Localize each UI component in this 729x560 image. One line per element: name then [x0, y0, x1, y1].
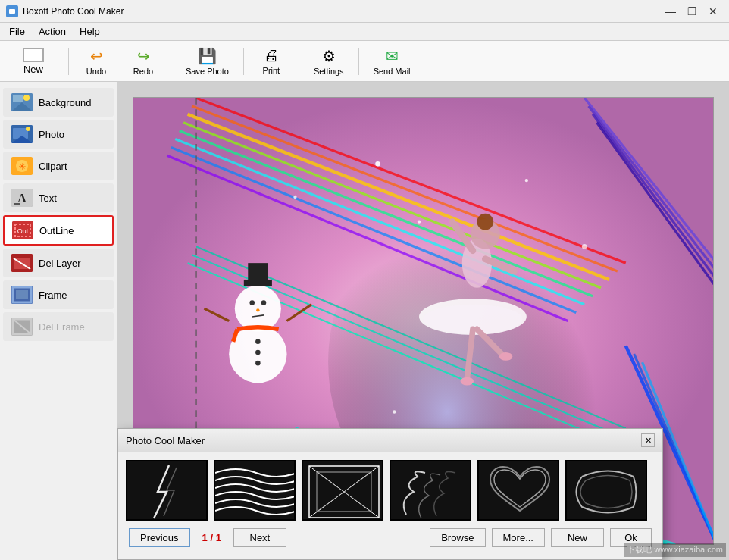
print-icon: 🖨 — [264, 47, 279, 64]
svg-text:A: A — [17, 192, 27, 205]
svg-point-62 — [255, 361, 261, 366]
dialog-close-button[interactable]: ✕ — [641, 433, 655, 447]
page-indicator: 1 / 1 — [196, 532, 227, 543]
save-label: Save Photo — [186, 67, 229, 76]
svg-point-6 — [23, 95, 30, 101]
thumbnail-abstract[interactable] — [565, 460, 647, 521]
dellayer-label: Del Layer — [39, 258, 81, 269]
sidebar-item-frame[interactable]: Frame — [3, 280, 114, 309]
canvas-area: Photo Cool Maker ✕ — [117, 82, 729, 560]
svg-text:Out: Out — [17, 227, 29, 235]
save-photo-button[interactable]: 💾 Save Photo — [176, 44, 239, 79]
svg-point-10 — [26, 127, 30, 131]
menu-action[interactable]: Action — [33, 24, 72, 39]
photo-label: Photo — [39, 129, 64, 140]
separator-5 — [358, 48, 359, 75]
text-label: Text — [39, 192, 57, 204]
sidebar-item-outline[interactable]: Out OutLine — [3, 215, 114, 246]
send-mail-label: Send Mail — [374, 67, 411, 76]
svg-rect-55 — [248, 263, 268, 281]
next-button[interactable]: Next — [233, 528, 286, 547]
svg-point-80 — [582, 244, 587, 249]
dialog-title: Photo Cool Maker — [126, 435, 205, 446]
main-area: Background Photo ☀ Clipart A Text Out Ou… — [0, 82, 729, 560]
frame-icon — [11, 286, 33, 304]
menu-file[interactable]: File — [3, 24, 31, 39]
separator-2 — [171, 48, 171, 75]
background-label: Background — [39, 97, 91, 108]
background-icon — [11, 93, 33, 111]
app-title: Boxoft Photo Cool Maker — [23, 6, 124, 17]
separator-1 — [68, 48, 69, 75]
svg-point-75 — [499, 352, 512, 361]
frame-label: Frame — [39, 289, 67, 301]
separator-4 — [299, 48, 299, 75]
dialog-footer: Previous 1 / 1 Next Browse More... New O… — [126, 528, 655, 552]
title-bar-controls: — ❐ ✕ — [661, 4, 723, 19]
svg-point-76 — [375, 161, 380, 167]
svg-point-78 — [418, 220, 421, 223]
photo-icon — [11, 125, 33, 143]
text-icon: A — [11, 189, 33, 207]
outline-icon: Out — [12, 221, 33, 239]
more-button[interactable]: More... — [492, 528, 545, 547]
svg-rect-2 — [8, 11, 16, 11]
dialog-new-button[interactable]: New — [551, 528, 604, 547]
delframe-icon — [11, 318, 33, 336]
undo-icon: ↩ — [90, 47, 103, 65]
sidebar-item-dellayer[interactable]: Del Layer — [3, 249, 114, 277]
svg-point-74 — [461, 377, 474, 386]
title-bar-left: Boxoft Photo Cool Maker — [6, 5, 124, 17]
settings-button[interactable]: ⚙ Settings — [304, 44, 354, 79]
sidebar-item-photo[interactable]: Photo — [3, 120, 114, 149]
dellayer-icon — [11, 254, 33, 272]
print-label: Print — [263, 66, 280, 75]
title-bar: Boxoft Photo Cool Maker — ❐ ✕ — [0, 0, 729, 23]
svg-rect-25 — [16, 290, 28, 299]
redo-label: Redo — [133, 67, 153, 76]
sidebar-item-background[interactable]: Background — [3, 88, 114, 117]
browse-button[interactable]: Browse — [430, 528, 485, 547]
restore-button[interactable]: ❐ — [682, 4, 702, 19]
watermark: 下载吧 www.xiazaiba.com — [624, 543, 726, 557]
redo-button[interactable]: ↪ Redo — [120, 44, 166, 79]
dialog-title-bar: Photo Cool Maker ✕ — [118, 429, 662, 452]
sidebar: Background Photo ☀ Clipart A Text Out Ou… — [0, 82, 117, 560]
new-icon — [23, 48, 44, 62]
thumbnail-waves[interactable] — [214, 460, 296, 521]
separator-3 — [243, 48, 244, 75]
svg-point-56 — [249, 300, 255, 305]
sidebar-item-clipart[interactable]: ☀ Clipart — [3, 152, 114, 180]
save-icon: 💾 — [198, 47, 217, 65]
undo-button[interactable]: ↩ Undo — [74, 44, 119, 79]
dialog-thumbnails — [126, 460, 655, 521]
redo-icon: ↪ — [137, 47, 150, 65]
minimize-button[interactable]: — — [661, 4, 681, 19]
svg-point-77 — [525, 179, 528, 182]
svg-point-79 — [293, 196, 296, 199]
svg-point-60 — [255, 339, 261, 344]
svg-rect-4 — [13, 95, 23, 102]
close-button[interactable]: ✕ — [703, 4, 723, 19]
outline-dialog: Photo Cool Maker ✕ — [117, 428, 663, 560]
send-mail-icon: ✉ — [386, 47, 399, 65]
thumbnail-smoke[interactable] — [390, 460, 471, 521]
print-button[interactable]: 🖨 Print — [249, 44, 294, 79]
clipart-label: Clipart — [39, 161, 67, 172]
thumbnail-lightning[interactable] — [126, 460, 208, 521]
thumbnail-heart[interactable] — [477, 460, 559, 521]
sidebar-item-text[interactable]: A Text — [3, 183, 114, 212]
thumbnail-frame-rect[interactable] — [302, 460, 383, 521]
previous-button[interactable]: Previous — [129, 528, 190, 547]
toolbar: New ↩ Undo ↪ Redo 💾 Save Photo 🖨 Print ⚙… — [0, 41, 729, 82]
svg-point-81 — [393, 410, 396, 413]
menu-help[interactable]: Help — [74, 24, 106, 39]
svg-point-61 — [255, 350, 261, 355]
outline-label: OutLine — [39, 225, 74, 236]
new-button[interactable]: New — [3, 44, 64, 79]
clipart-icon: ☀ — [11, 157, 33, 175]
sidebar-item-delframe[interactable]: Del Frame — [3, 312, 114, 341]
app-icon — [6, 5, 18, 17]
svg-point-58 — [256, 308, 259, 311]
send-mail-button[interactable]: ✉ Send Mail — [364, 44, 421, 79]
